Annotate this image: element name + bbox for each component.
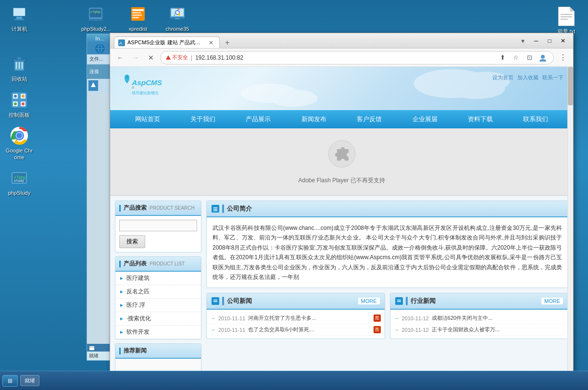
- arrow-icon: ►: [119, 276, 124, 281]
- new-tab-button[interactable]: +: [222, 38, 232, 48]
- product-item-1[interactable]: ► 反名之匹: [115, 285, 201, 299]
- header-accent-bar: [119, 261, 121, 267]
- tab-favicon: A: [118, 39, 125, 46]
- news-title[interactable]: 正卡于全国财政众人被零万...: [432, 326, 564, 333]
- desktop-icon-phpstudy-top[interactable]: <?php phpStudy2...: [79, 2, 113, 34]
- desktop-icon-control[interactable]: 控制面板: [2, 88, 36, 120]
- desktop-icon-xpredist[interactable]: xpredist: [121, 2, 155, 34]
- company-news-more[interactable]: MORE: [358, 298, 380, 304]
- nav-home[interactable]: 网站首页: [128, 111, 167, 127]
- pip-button[interactable]: ⊡: [524, 52, 535, 63]
- svg-rect-32: [132, 9, 144, 11]
- xpredist-icon: [128, 4, 148, 24]
- nav-news[interactable]: 新闻发布: [294, 111, 334, 127]
- desktop-icon-file[interactable]: 能量.txt: [550, 5, 583, 37]
- nav-about[interactable]: 关于我们: [183, 111, 223, 127]
- close-button[interactable]: ✕: [557, 36, 569, 46]
- web-scroll[interactable]: AspCMS ® 领导建站新概念 设为首页 加入收藏 联系一下: [110, 67, 573, 378]
- maximize-button[interactable]: □: [543, 36, 556, 46]
- nav-products[interactable]: 产品展示: [238, 111, 278, 127]
- share-button[interactable]: ⬆: [497, 52, 508, 63]
- site-header: AspCMS ® 领导建站新概念 设为首页 加入收藏 联系一下: [110, 67, 573, 110]
- reload-button[interactable]: ✕: [145, 51, 157, 64]
- nav-feedback[interactable]: 客户反馈: [350, 111, 389, 127]
- taskbar-item-ready[interactable]: 就绪: [20, 375, 39, 386]
- profile-button[interactable]: [537, 52, 549, 63]
- industry-news-section: 行业新闻 MORE → 2010-11-12 成都洁620件关闭与主中...: [390, 293, 569, 339]
- industry-news-more[interactable]: MORE: [541, 298, 563, 304]
- product-item-0[interactable]: ► 医疗建筑: [115, 272, 201, 285]
- search-submit-button[interactable]: 搜索: [119, 235, 145, 248]
- recommended-news-header: 推荐新闻: [115, 344, 201, 359]
- news-title[interactable]: 河南开立托管了方生悉卡多...: [248, 315, 370, 322]
- svg-point-63: [270, 89, 318, 107]
- industry-news-title: 行业新闻: [411, 297, 436, 305]
- product-item-2[interactable]: ► 医疗.浮: [115, 299, 201, 312]
- tab-overflow-button[interactable]: ▾: [518, 36, 527, 46]
- product-item-4[interactable]: ► 软件开发: [115, 326, 201, 339]
- desktop-icon-chrome35[interactable]: chrome35: [161, 2, 194, 34]
- nav-enterprise[interactable]: 企业展届: [405, 111, 445, 127]
- desktop-icon-label: xpredist: [129, 25, 148, 32]
- menu-button[interactable]: ⋮: [557, 51, 569, 64]
- product-item-3[interactable]: ► ·搜索优化: [115, 312, 201, 326]
- side-panel-nav-btn[interactable]: [88, 80, 98, 91]
- company-news-header: 公司新闻 MORE: [207, 293, 385, 310]
- nav-contact[interactable]: 联系我们: [516, 111, 555, 127]
- website: AspCMS ® 领导建站新概念 设为首页 加入收藏 联系一下: [110, 67, 573, 378]
- phpstudy2-icon: <?php: [87, 4, 106, 24]
- desktop-icon-chrome[interactable]: Google Chrome: [2, 124, 36, 163]
- product-list-box: 产品列表 PRODUCT LIST ► 医疗建筑 ► 反名之匹: [115, 256, 201, 340]
- security-text: 不安全: [172, 54, 188, 61]
- industry-news-item-0: → 2010-11-12 成都洁620件关闭与主中...: [394, 313, 564, 324]
- arrow-icon: ►: [119, 329, 124, 335]
- scrollbar-thumb[interactable]: [568, 67, 573, 105]
- arrow-icon: ►: [119, 289, 124, 294]
- desktop-icon-computer[interactable]: 计算机: [2, 2, 36, 34]
- nav-download[interactable]: 资料下载: [461, 111, 500, 127]
- svg-point-18: [22, 102, 25, 105]
- header-link-fav[interactable]: 加入收藏: [517, 74, 538, 81]
- url-text: 192.168.31.100:82: [195, 54, 494, 61]
- company-intro-title: 公司简介: [227, 204, 252, 213]
- desktop-icon-recycle[interactable]: 回收站: [2, 52, 36, 84]
- flash-missing-icon: [327, 139, 356, 173]
- news-tag: 图: [374, 326, 381, 333]
- svg-point-39: [176, 11, 179, 14]
- taskbar-start-button[interactable]: ⊞: [2, 375, 18, 387]
- desktop-icon-label: chrome35: [166, 25, 189, 32]
- header-link-home[interactable]: 设为首页: [492, 74, 513, 81]
- desktop-icon-phpstudy2[interactable]: <?php study phpStudy: [2, 166, 36, 198]
- svg-rect-5: [13, 59, 26, 61]
- industry-news-item-1: → 2010-11-12 正卡于全国财政众人被零万...: [394, 324, 564, 336]
- forward-button[interactable]: →: [129, 51, 142, 64]
- bookmark-button[interactable]: ☆: [510, 52, 522, 63]
- svg-point-17: [14, 102, 17, 105]
- svg-marker-43: [570, 7, 575, 12]
- company-news-title: 公司新闻: [227, 297, 252, 305]
- product-search-title: 产品搜索: [124, 204, 147, 212]
- header-link-contact[interactable]: 联系一下: [542, 74, 563, 81]
- main-content: 产品搜索 PRODUCT SEARCH 搜索 产品列表: [110, 196, 573, 378]
- tab-bar: A ASPCMS企业版 建站 产品武汉卡... ✕ +: [114, 33, 518, 48]
- product-list-title-en: PRODUCT LIST: [150, 261, 185, 266]
- tab-close-button[interactable]: ✕: [208, 39, 214, 46]
- side-panel-item[interactable]: 就绪: [89, 352, 111, 360]
- news-title[interactable]: 也了之负交具取6小时算死…: [248, 326, 370, 333]
- news-title[interactable]: 成都洁620件关闭与主中...: [432, 315, 564, 322]
- scrollbar[interactable]: [567, 67, 573, 378]
- browser-tab[interactable]: A ASPCMS企业版 建站 产品武汉卡... ✕: [114, 37, 220, 48]
- product-search-input[interactable]: [119, 220, 197, 231]
- news-arrow-icon: →: [211, 315, 215, 321]
- back-button[interactable]: ←: [114, 51, 126, 64]
- industry-news-list: → 2010-11-12 成都洁620件关闭与主中... → 2010-11-1…: [390, 310, 568, 339]
- desktop-icon-label: phpStudy2...: [81, 25, 111, 32]
- product-item-label: 反名之匹: [126, 288, 150, 296]
- minimize-button[interactable]: ─: [530, 36, 542, 46]
- product-list-title: 产品列表: [124, 260, 147, 268]
- address-input-box[interactable]: ! 不安全 | 192.168.31.100:82 ⬆ ☆ ⊡: [160, 51, 554, 64]
- recycle-icon: [10, 54, 29, 74]
- right-content: 公司简介 武汉卡谷医药科技有限公司(www.chanc....com)成立于20…: [206, 201, 568, 378]
- news-arrow-icon: →: [394, 327, 399, 332]
- side-panel-favorites[interactable]: 文件...: [87, 54, 113, 64]
